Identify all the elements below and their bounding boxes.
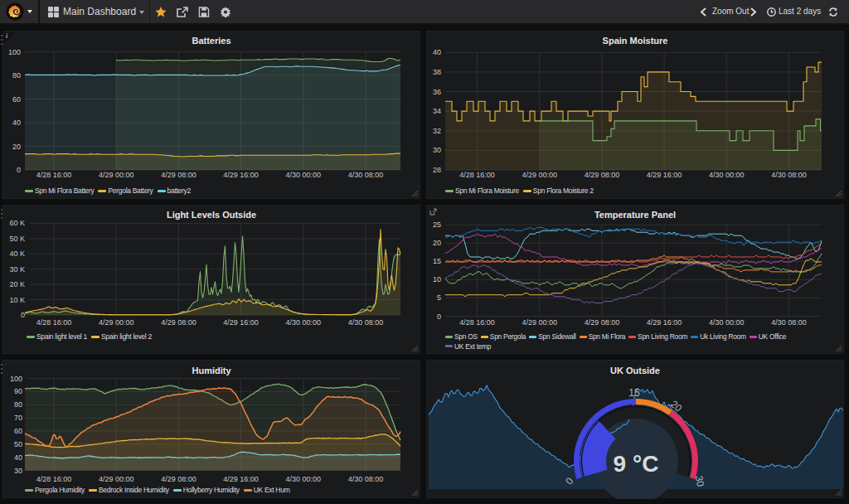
svg-text:20: 20: [433, 239, 441, 247]
svg-text:4/29 00:00: 4/29 00:00: [99, 475, 134, 483]
svg-text:4/28 16:00: 4/28 16:00: [459, 318, 495, 327]
svg-text:100: 100: [8, 48, 21, 56]
svg-text:80: 80: [12, 71, 21, 80]
svg-text:4/30 00:00: 4/30 00:00: [709, 318, 745, 327]
svg-text:40: 40: [14, 453, 22, 462]
svg-text:4/29 08:00: 4/29 08:00: [585, 318, 620, 327]
svg-text:34: 34: [433, 107, 441, 115]
svg-text:30: 30: [14, 467, 22, 475]
svg-text:4/28 16:00: 4/28 16:00: [459, 171, 495, 179]
svg-text:40: 40: [12, 119, 21, 127]
svg-text:5: 5: [437, 293, 441, 302]
svg-text:36: 36: [433, 88, 441, 96]
svg-text:4/29 08:00: 4/29 08:00: [161, 318, 196, 327]
svg-text:80: 80: [14, 400, 22, 409]
svg-text:4/30 00:00: 4/30 00:00: [286, 318, 322, 327]
svg-text:60 K: 60 K: [9, 219, 25, 227]
svg-text:60: 60: [12, 95, 21, 104]
svg-text:38: 38: [433, 68, 441, 76]
svg-text:4/28 16:00: 4/28 16:00: [36, 318, 72, 327]
svg-text:4/30 08:00: 4/30 08:00: [348, 171, 384, 179]
svg-text:32: 32: [433, 127, 441, 135]
svg-text:0: 0: [17, 166, 21, 174]
svg-text:10 K: 10 K: [9, 296, 25, 304]
svg-text:20: 20: [12, 143, 21, 151]
svg-text:30 K: 30 K: [9, 265, 25, 274]
svg-text:4/30 08:00: 4/30 08:00: [348, 318, 384, 327]
svg-text:4/29 00:00: 4/29 00:00: [522, 171, 557, 179]
svg-text:4/30 08:00: 4/30 08:00: [771, 171, 807, 179]
svg-text:4/29 00:00: 4/29 00:00: [522, 318, 557, 327]
svg-text:4/30 08:00: 4/30 08:00: [771, 318, 807, 327]
svg-text:4/28 16:00: 4/28 16:00: [36, 171, 72, 179]
svg-text:15: 15: [433, 257, 441, 265]
svg-text:50: 50: [14, 440, 22, 448]
svg-text:0: 0: [437, 313, 441, 321]
svg-text:4/30 00:00: 4/30 00:00: [709, 171, 745, 179]
svg-text:60: 60: [14, 427, 22, 435]
svg-text:4/28 16:00: 4/28 16:00: [36, 475, 72, 483]
svg-text:30: 30: [433, 146, 441, 154]
svg-text:25: 25: [433, 220, 441, 229]
svg-text:4/29 16:00: 4/29 16:00: [647, 171, 682, 179]
svg-text:15: 15: [628, 387, 640, 399]
svg-text:20 K: 20 K: [9, 280, 25, 288]
svg-text:4/30 00:00: 4/30 00:00: [286, 171, 322, 179]
svg-text:4/29 00:00: 4/29 00:00: [99, 171, 134, 179]
svg-text:4/30 08:00: 4/30 08:00: [348, 475, 384, 483]
svg-text:90: 90: [14, 387, 22, 395]
svg-text:40 K: 40 K: [9, 250, 25, 258]
svg-text:30: 30: [693, 475, 706, 488]
svg-text:4/29 16:00: 4/29 16:00: [647, 318, 682, 327]
svg-text:9 °C: 9 °C: [614, 451, 659, 477]
svg-text:4/29 08:00: 4/29 08:00: [161, 171, 196, 179]
svg-text:70: 70: [14, 414, 22, 422]
svg-text:28: 28: [433, 166, 441, 174]
svg-text:0: 0: [21, 311, 25, 319]
svg-text:4/29 00:00: 4/29 00:00: [99, 318, 134, 327]
svg-text:40: 40: [433, 48, 441, 56]
svg-text:4/29 16:00: 4/29 16:00: [223, 171, 259, 179]
svg-text:10: 10: [433, 275, 441, 284]
svg-text:4/29 16:00: 4/29 16:00: [223, 318, 259, 327]
svg-text:4/29 08:00: 4/29 08:00: [585, 171, 620, 179]
svg-text:4/29 08:00: 4/29 08:00: [161, 475, 196, 483]
svg-text:4/30 00:00: 4/30 00:00: [286, 475, 322, 483]
svg-text:50 K: 50 K: [9, 235, 25, 243]
svg-text:4/29 16:00: 4/29 16:00: [223, 475, 259, 483]
svg-text:100: 100: [10, 375, 22, 383]
